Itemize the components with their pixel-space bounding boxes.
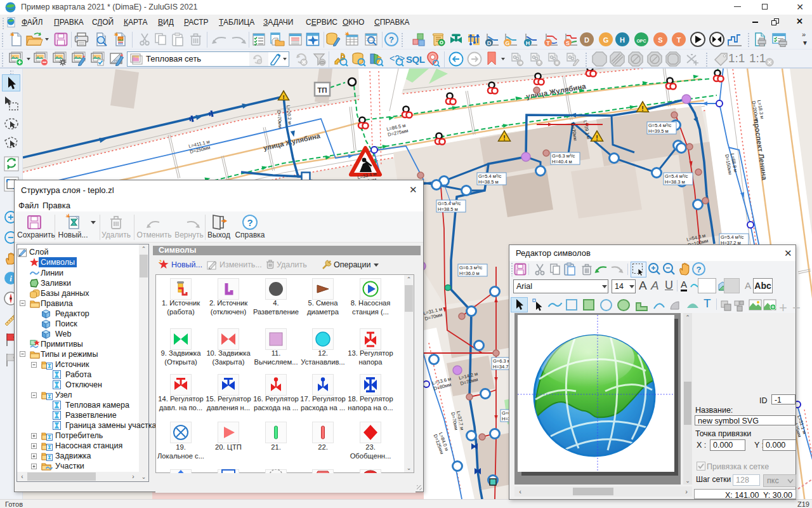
svg-text:H: H	[620, 36, 625, 44]
svg-text:?: ?	[697, 265, 702, 274]
svg-text:H=38.3 м: H=38.3 м	[665, 179, 685, 185]
svg-text:H=38.5 м: H=38.5 м	[438, 206, 458, 212]
svg-text:OPC: OPC	[636, 39, 646, 43]
svg-text:T: T	[546, 40, 550, 46]
svg-text:ТП: ТП	[317, 86, 327, 94]
svg-text:!: !	[596, 134, 598, 142]
svg-text:!: !	[503, 134, 506, 142]
svg-text:!: !	[282, 93, 284, 100]
svg-text:D: D	[584, 36, 589, 44]
svg-text:!: !	[641, 105, 644, 112]
svg-text:H: H	[526, 40, 530, 46]
svg-text:G: G	[603, 36, 609, 44]
svg-text:D: D	[487, 40, 492, 46]
svg-text:S: S	[658, 36, 662, 44]
svg-text:S: S	[566, 40, 570, 46]
svg-text:i: i	[10, 274, 12, 283]
svg-text:H=38.5 м: H=38.5 м	[478, 179, 499, 185]
svg-text:T: T	[677, 36, 681, 44]
svg-text:H=36.0 м: H=36.0 м	[459, 271, 480, 276]
svg-text:?: ?	[389, 35, 394, 44]
svg-text:G: G	[505, 40, 509, 46]
svg-text:?: ?	[247, 217, 252, 228]
svg-text:H=39.5 м: H=39.5 м	[648, 128, 669, 134]
svg-text:H=40.4 м: H=40.4 м	[552, 159, 572, 164]
